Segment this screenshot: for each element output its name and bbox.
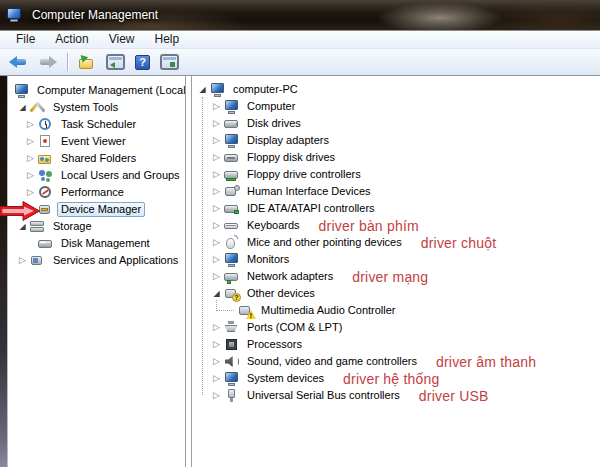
tree-row[interactable]: Shared Folders (8, 150, 185, 167)
tree-expander-icon[interactable] (209, 371, 224, 386)
tree-label[interactable]: Storage (50, 219, 95, 234)
up-one-level-icon (78, 55, 96, 70)
tree-expander-icon[interactable] (209, 201, 224, 216)
tree-row[interactable]: System Tools (8, 99, 185, 116)
tree-label[interactable]: Sound, video and game controllers (244, 354, 420, 369)
tree-label[interactable]: Disk Management (58, 236, 153, 251)
tree-row[interactable]: Multimedia Audio Controller (192, 302, 600, 319)
forward-button[interactable] (34, 50, 61, 74)
tree-row[interactable]: Other devices (192, 285, 600, 302)
tree-label[interactable]: System Tools (50, 100, 121, 115)
tree-label[interactable]: Shared Folders (58, 151, 139, 166)
tree-row[interactable]: Monitors (192, 251, 600, 268)
tree-row[interactable]: Keyboards driver bàn phím (192, 217, 600, 234)
tree-expander-icon[interactable] (15, 100, 30, 115)
tree-expander-icon[interactable] (23, 151, 38, 166)
tree-expander-icon[interactable] (15, 253, 30, 268)
tree-row[interactable]: Floppy disk drives (192, 149, 600, 166)
tree-expander-icon[interactable] (209, 235, 224, 250)
tree-row[interactable]: Computer (192, 98, 600, 115)
tree-label[interactable]: System devices (244, 371, 327, 386)
sound-video-game-icon (224, 354, 240, 369)
tree-row[interactable]: Disk drives (192, 115, 600, 132)
tree-expander-icon[interactable] (209, 286, 224, 301)
tree-label[interactable]: Computer (244, 99, 298, 114)
tree-expander-icon[interactable] (209, 388, 224, 403)
tree-expander-icon[interactable] (209, 337, 224, 352)
tree-expander-icon[interactable] (209, 167, 224, 182)
tree-label[interactable]: Network adapters (244, 269, 336, 284)
tree-expander-icon[interactable] (209, 99, 224, 114)
tree-label[interactable]: Floppy drive controllers (244, 167, 364, 182)
menu-file[interactable]: File (6, 31, 45, 48)
console-tree-toggle-button[interactable] (102, 50, 129, 74)
keyboards-icon (224, 218, 240, 233)
tree-row[interactable]: Mice and other pointing devices driver c… (192, 234, 600, 251)
tree-expander-icon[interactable] (209, 150, 224, 165)
action-pane-toggle-button[interactable] (156, 50, 183, 74)
title-bar[interactable]: Computer Management (0, 0, 600, 30)
tree-label[interactable]: Ports (COM & LPT) (244, 320, 345, 335)
menu-action[interactable]: Action (45, 31, 98, 48)
tree-expander-icon[interactable] (15, 219, 30, 234)
tree-label[interactable]: Task Scheduler (58, 117, 139, 132)
tree-label[interactable]: Human Interface Devices (244, 184, 374, 199)
tree-label[interactable]: Keyboards (244, 218, 303, 233)
tree-expander-icon[interactable] (209, 218, 224, 233)
tree-label[interactable]: Floppy disk drives (244, 150, 338, 165)
tree-row[interactable]: Ports (COM & LPT) (192, 319, 600, 336)
tree-label[interactable]: Disk drives (244, 116, 304, 131)
tree-row[interactable]: Task Scheduler (8, 116, 185, 133)
tree-label[interactable]: Universal Serial Bus controllers (244, 388, 403, 403)
tree-expander-icon[interactable] (209, 320, 224, 335)
tree-row[interactable]: Services and Applications (8, 252, 185, 269)
tree-label[interactable]: Monitors (244, 252, 292, 267)
tree-label[interactable]: Local Users and Groups (58, 168, 183, 183)
tree-row[interactable]: computer-PC (192, 81, 600, 98)
display-adapters-icon (224, 133, 240, 148)
tree-label[interactable]: Display adapters (244, 133, 332, 148)
up-one-level-button[interactable] (74, 50, 100, 74)
tree-row[interactable]: Floppy drive controllers (192, 166, 600, 183)
tree-label[interactable]: computer-PC (230, 82, 301, 97)
tree-label[interactable]: Computer Management (Local (34, 83, 186, 98)
tree-row[interactable]: System devices driver hệ thống (192, 370, 600, 387)
tree-label[interactable]: Device Manager (57, 202, 145, 217)
menu-view[interactable]: View (99, 31, 145, 48)
tree-expander-icon[interactable] (23, 117, 38, 132)
tree-label[interactable]: Services and Applications (50, 253, 181, 268)
back-button[interactable] (5, 50, 32, 74)
tree-expander-icon[interactable] (209, 269, 224, 284)
tree-row[interactable]: Human Interface Devices (192, 183, 600, 200)
tree-row[interactable]: Processors (192, 336, 600, 353)
tree-label[interactable]: Mice and other pointing devices (244, 235, 405, 250)
tree-label[interactable]: Other devices (244, 286, 318, 301)
tree-expander-icon[interactable] (195, 82, 210, 97)
tree-label[interactable]: Performance (58, 185, 127, 200)
tree-row[interactable]: Local Users and Groups (8, 167, 185, 184)
tree-row[interactable]: Computer Management (Local (8, 82, 185, 99)
tree-expander-icon[interactable] (209, 354, 224, 369)
tree-row[interactable]: Universal Serial Bus controllers driver … (192, 387, 600, 404)
tree-expander-icon[interactable] (209, 184, 224, 199)
tree-row[interactable]: Disk Management (8, 235, 185, 252)
tree-expander-icon[interactable] (23, 185, 38, 200)
help-button[interactable] (131, 50, 154, 74)
tree-row[interactable]: IDE ATA/ATAPI controllers (192, 200, 600, 217)
tree-label[interactable]: Processors (244, 337, 305, 352)
menu-help[interactable]: Help (145, 31, 190, 48)
tree-row[interactable]: Performance (8, 184, 185, 201)
tree-label[interactable]: Multimedia Audio Controller (258, 303, 399, 318)
tree-row[interactable]: Network adapters driver mạng (192, 268, 600, 285)
tree-row[interactable]: Display adapters (192, 132, 600, 149)
tree-row[interactable]: Event Viewer (8, 133, 185, 150)
tree-expander-icon[interactable] (209, 116, 224, 131)
tree-label[interactable]: IDE ATA/ATAPI controllers (244, 201, 378, 216)
tree-row[interactable]: Sound, video and game controllers driver… (192, 353, 600, 370)
tree-expander-icon[interactable] (209, 252, 224, 267)
tree-label[interactable]: Event Viewer (58, 134, 129, 149)
tree-expander-icon[interactable] (23, 134, 38, 149)
tree-expander-icon[interactable] (209, 133, 224, 148)
tree-expander-icon[interactable] (23, 168, 38, 183)
human-interface-devices-icon (224, 184, 240, 199)
